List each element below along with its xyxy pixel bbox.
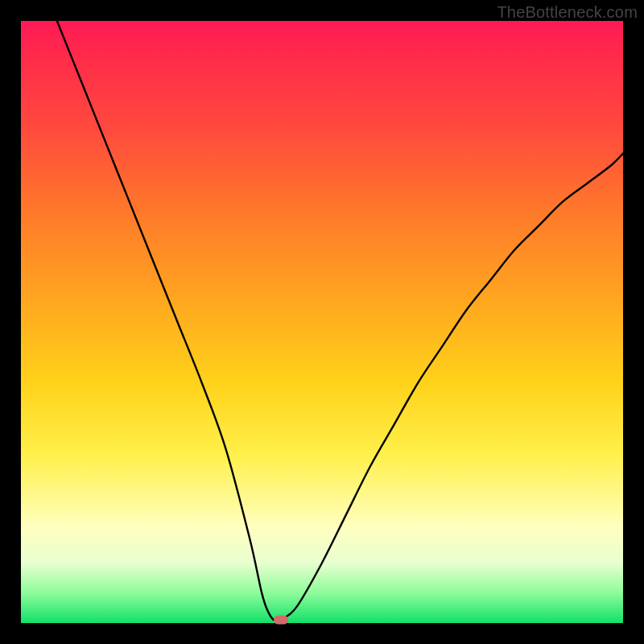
- optimal-point-marker: [274, 615, 288, 624]
- watermark-text: TheBottleneck.com: [497, 3, 638, 22]
- chart-frame: [21, 21, 623, 623]
- bottleneck-curve: [21, 21, 623, 623]
